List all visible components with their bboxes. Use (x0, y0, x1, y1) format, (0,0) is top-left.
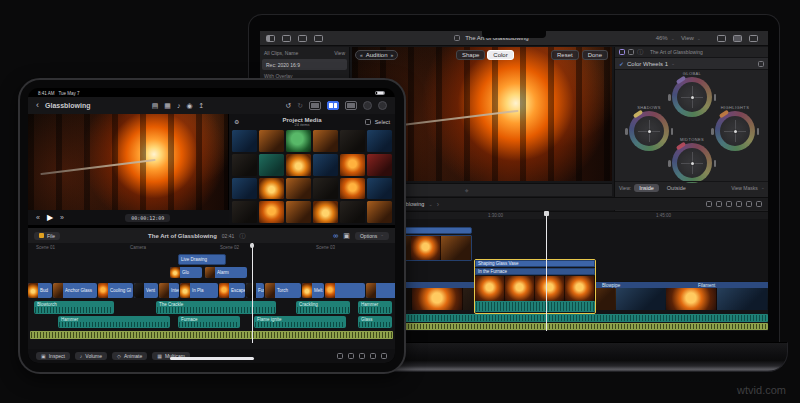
ipad-playhead[interactable] (252, 243, 253, 343)
snapping-icon[interactable] (756, 201, 762, 207)
skip-forward-icon[interactable]: » (60, 214, 64, 221)
crop-icon[interactable] (359, 353, 365, 359)
timeline-clip[interactable]: Bud (28, 283, 52, 298)
layout-viewer-toggle[interactable] (345, 101, 357, 110)
media-thumbnail[interactable] (232, 201, 257, 223)
audio-clip[interactable]: Crackling (296, 301, 350, 314)
timeline-clip[interactable]: Glo (170, 267, 202, 278)
media-thumbnail[interactable] (259, 201, 284, 223)
audition-pill[interactable]: « Audition » (355, 50, 398, 60)
project-title[interactable]: Glassblowing (45, 102, 91, 109)
media-thumbnail[interactable] (259, 178, 284, 200)
account-button[interactable] (378, 101, 387, 110)
media-settings-icon[interactable]: ⚙ (234, 119, 239, 125)
import-icon[interactable]: ▦ (164, 102, 171, 109)
overwrite-icon[interactable]: ▣ (343, 232, 350, 239)
import-media-icon[interactable] (282, 35, 291, 42)
keyword-icon[interactable] (298, 35, 307, 42)
view-inside-button[interactable]: Inside (634, 184, 659, 192)
paste-icon[interactable]: ▤ (152, 102, 159, 109)
media-thumbnail[interactable] (259, 154, 284, 176)
file-menu-chip[interactable]: File (34, 232, 60, 240)
color-wheel-highlights[interactable] (715, 111, 755, 151)
color-wheels-title[interactable]: Color Wheels 1 (627, 61, 668, 67)
audio-clip[interactable]: The Crackle (156, 301, 276, 314)
media-thumbnail[interactable] (313, 178, 338, 200)
media-thumbnail[interactable] (313, 154, 338, 176)
show-inspector-icon[interactable] (749, 35, 758, 42)
media-thumbnail[interactable] (259, 130, 284, 152)
connect-icon[interactable]: ∞ (333, 232, 338, 239)
view-masks-button[interactable]: View Masks (731, 185, 758, 191)
media-thumbnail[interactable] (340, 130, 365, 152)
browser-row[interactable]: All Clips, Name (264, 50, 298, 56)
view-outside-button[interactable]: Outside (662, 184, 691, 192)
background-tasks-icon[interactable] (314, 35, 323, 42)
select-button[interactable]: Select (375, 119, 390, 125)
selected-clip[interactable]: Shaping Glass Vase In the Furnace (474, 259, 596, 314)
media-thumbnail[interactable] (232, 130, 257, 152)
media-thumbnail[interactable] (232, 178, 257, 200)
media-thumbnail[interactable] (367, 154, 392, 176)
prev-clip-icon[interactable] (370, 353, 376, 359)
skip-back-icon[interactable]: « (36, 214, 40, 221)
timeline-clip[interactable]: Furnace (246, 283, 264, 298)
mac-playhead[interactable] (546, 211, 547, 331)
color-wheel-global[interactable] (672, 77, 712, 117)
timeline-clip[interactable]: Interview (159, 283, 179, 298)
timeline-clip[interactable]: Vent (134, 283, 158, 298)
mask-color-button[interactable]: Color (487, 50, 513, 60)
video-inspector-icon[interactable] (628, 49, 634, 55)
home-indicator[interactable] (170, 357, 254, 360)
viewer-zoom-select[interactable]: 46% (656, 35, 668, 41)
timeline-clip[interactable]: Torch (265, 283, 301, 298)
help-button[interactable] (363, 101, 372, 110)
done-button[interactable]: Done (582, 50, 608, 60)
media-thumbnail[interactable] (340, 201, 365, 223)
info-inspector-icon[interactable]: ⓘ (637, 49, 643, 55)
music-track[interactable] (30, 331, 393, 339)
sort-icon[interactable] (365, 119, 371, 125)
audio-clip[interactable]: Flame ignite (254, 316, 346, 328)
preset-menu-icon[interactable] (758, 61, 764, 67)
audio-clip[interactable]: Blowtorch (34, 301, 114, 314)
show-timeline-icon[interactable] (733, 35, 742, 42)
tools-menu-icon[interactable] (706, 201, 712, 207)
media-thumbnail[interactable] (367, 201, 392, 223)
timeline-clip[interactable]: Melt (302, 283, 324, 298)
selected-clip-audio[interactable] (475, 301, 595, 312)
connected-title-bar[interactable]: Shaping Glass Vase (475, 260, 595, 267)
color-wheel-shadows[interactable] (629, 111, 669, 151)
reset-button[interactable]: Reset (551, 50, 579, 60)
media-thumbnail[interactable] (367, 130, 392, 152)
audio-clip[interactable]: Hammer (58, 316, 170, 328)
volume-button[interactable]: ♪Volume (75, 352, 107, 360)
skimming-icon[interactable] (746, 201, 752, 207)
next-clip-icon[interactable] (381, 353, 387, 359)
back-icon[interactable]: ‹ (36, 101, 39, 110)
media-thumbnail[interactable] (286, 178, 311, 200)
zoom-control-icon[interactable] (726, 201, 732, 207)
redo-icon[interactable]: ↻ (297, 102, 303, 109)
object-tracker-icon[interactable]: ⌖ (465, 187, 469, 194)
media-thumbnail[interactable] (340, 154, 365, 176)
mask-shape-button[interactable]: Shape (456, 50, 485, 60)
show-browser-icon[interactable] (717, 35, 726, 42)
audio-clip[interactable]: Hammer (358, 301, 392, 314)
speed-icon[interactable] (348, 353, 354, 359)
media-thumbnail[interactable] (340, 178, 365, 200)
forward-project-icon[interactable]: › (437, 201, 439, 208)
delete-icon[interactable] (337, 353, 343, 359)
color-board-icon[interactable] (619, 49, 625, 55)
media-thumbnail[interactable] (367, 178, 392, 200)
undo-icon[interactable]: ↺ (285, 102, 291, 109)
inspect-button[interactable]: ▣Inspect (36, 352, 70, 360)
audition-next-icon[interactable]: » (390, 53, 393, 58)
media-thumbnail[interactable] (286, 130, 311, 152)
timeline-clip[interactable]: Cooling Gl (98, 283, 133, 298)
info-icon[interactable]: ⓘ (239, 233, 245, 239)
timeline-clip[interactable]: Anchor Glass (53, 283, 97, 298)
clip-appearance-icon[interactable] (736, 201, 742, 207)
effect-enabled-checkbox[interactable]: ✓ (619, 61, 624, 67)
timeline-clip[interactable]: Alarm (205, 267, 247, 278)
